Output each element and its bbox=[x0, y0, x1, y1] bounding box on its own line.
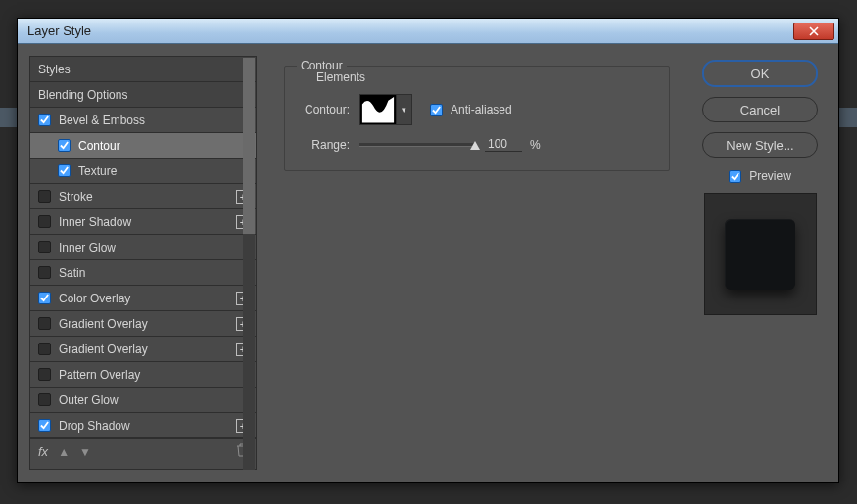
contour-label: Contour: bbox=[293, 103, 350, 116]
close-icon bbox=[809, 26, 819, 36]
style-row-label: Satin bbox=[59, 266, 85, 280]
style-row-label: Gradient Overlay bbox=[59, 343, 148, 356]
window-title: Layer Style bbox=[27, 23, 793, 38]
style-list-row[interactable]: Styles bbox=[30, 57, 256, 82]
range-unit: % bbox=[530, 138, 541, 152]
style-effect-checkbox[interactable] bbox=[38, 419, 51, 432]
move-down-button[interactable]: ▼ bbox=[79, 445, 91, 459]
settings-panel: Contour Elements Contour: ▾ Anti-aliased bbox=[284, 56, 680, 471]
range-label: Range: bbox=[293, 138, 350, 152]
close-button[interactable] bbox=[793, 23, 834, 40]
style-effect-checkbox[interactable] bbox=[38, 114, 51, 126]
style-list-footer: fx ▲ ▼ bbox=[30, 438, 256, 464]
fx-menu-button[interactable]: fx bbox=[38, 444, 48, 459]
style-list-row[interactable]: Pattern Overlay bbox=[30, 362, 256, 388]
style-list-scrollbar[interactable] bbox=[243, 58, 255, 470]
group-sub-label: Elements bbox=[312, 70, 369, 84]
preview-checkbox[interactable] bbox=[729, 170, 741, 183]
check-icon bbox=[40, 421, 49, 430]
style-effect-checkbox[interactable] bbox=[38, 266, 51, 279]
style-effect-checkbox[interactable] bbox=[38, 343, 51, 355]
contour-picker[interactable] bbox=[359, 94, 397, 125]
cancel-button[interactable]: Cancel bbox=[702, 97, 818, 122]
titlebar[interactable]: Layer Style bbox=[18, 19, 838, 44]
style-list-row[interactable]: Contour bbox=[30, 133, 256, 159]
style-row-label: Outer Glow bbox=[59, 393, 119, 407]
preview-swatch bbox=[725, 219, 795, 290]
style-row-label: Inner Glow bbox=[59, 241, 116, 254]
style-row-label: Inner Shadow bbox=[59, 215, 131, 229]
style-effect-checkbox[interactable] bbox=[38, 190, 51, 203]
style-effect-checkbox[interactable] bbox=[38, 393, 51, 406]
style-list-row[interactable]: Inner Glow bbox=[30, 235, 256, 260]
check-icon bbox=[432, 106, 441, 115]
style-effect-checkbox[interactable] bbox=[38, 317, 51, 330]
anti-aliased-checkbox[interactable] bbox=[430, 104, 443, 116]
style-list-row[interactable]: Drop Shadow+ bbox=[30, 413, 256, 438]
check-icon bbox=[40, 115, 49, 124]
style-list-row[interactable]: Satin bbox=[30, 260, 256, 286]
style-list-row[interactable]: Stroke+ bbox=[30, 184, 256, 209]
style-effect-checkbox[interactable] bbox=[58, 164, 71, 177]
style-row-label: Styles bbox=[38, 63, 71, 76]
preview-label: Preview bbox=[749, 169, 791, 183]
style-list-row[interactable]: Color Overlay+ bbox=[30, 286, 256, 311]
move-up-button[interactable]: ▲ bbox=[58, 445, 70, 459]
style-row-label: Blending Options bbox=[38, 88, 127, 102]
style-list: StylesBlending OptionsBevel & EmbossCont… bbox=[29, 56, 257, 470]
style-effect-checkbox[interactable] bbox=[38, 241, 51, 253]
anti-aliased-label: Anti-aliased bbox=[451, 103, 512, 116]
contour-group: Contour Elements Contour: ▾ Anti-aliased bbox=[284, 66, 670, 171]
style-row-label: Drop Shadow bbox=[59, 419, 130, 433]
style-list-row[interactable]: Blending Options bbox=[30, 82, 256, 108]
style-effect-checkbox[interactable] bbox=[38, 292, 51, 304]
range-slider[interactable] bbox=[359, 143, 475, 147]
style-row-label: Bevel & Emboss bbox=[59, 114, 145, 127]
style-effect-checkbox[interactable] bbox=[38, 368, 51, 381]
scrollbar-thumb[interactable] bbox=[243, 58, 255, 234]
style-row-label: Pattern Overlay bbox=[59, 368, 140, 382]
contour-curve-icon bbox=[360, 95, 396, 124]
style-list-row[interactable]: Texture bbox=[30, 159, 256, 184]
dialog-body: StylesBlending OptionsBevel & EmbossCont… bbox=[18, 44, 838, 482]
check-icon bbox=[60, 141, 69, 150]
style-list-row[interactable]: Inner Shadow+ bbox=[30, 209, 256, 235]
style-effect-checkbox[interactable] bbox=[58, 139, 71, 152]
style-list-row[interactable]: Bevel & Emboss bbox=[30, 108, 256, 133]
style-row-label: Color Overlay bbox=[59, 292, 130, 305]
style-list-row[interactable]: Gradient Overlay+ bbox=[30, 311, 256, 337]
range-slider-thumb[interactable] bbox=[470, 141, 480, 150]
style-row-label: Texture bbox=[78, 164, 117, 178]
style-list-wrap: StylesBlending OptionsBevel & EmbossCont… bbox=[29, 56, 270, 471]
right-column: OK Cancel New Style... Preview bbox=[693, 56, 827, 471]
check-icon bbox=[731, 172, 739, 181]
range-value-input[interactable] bbox=[485, 137, 522, 152]
new-style-button[interactable]: New Style... bbox=[702, 132, 818, 158]
ok-button[interactable]: OK bbox=[702, 60, 818, 87]
style-list-row[interactable]: Gradient Overlay+ bbox=[30, 337, 256, 362]
chevron-down-icon: ▾ bbox=[402, 105, 406, 115]
style-effect-checkbox[interactable] bbox=[38, 215, 51, 228]
style-row-label: Contour bbox=[78, 139, 120, 153]
layer-style-dialog: Layer Style StylesBlending OptionsBevel … bbox=[17, 18, 839, 483]
style-row-label: Stroke bbox=[59, 190, 93, 204]
contour-dropdown-button[interactable]: ▾ bbox=[397, 94, 412, 125]
style-row-label: Gradient Overlay bbox=[59, 317, 148, 331]
preview-box bbox=[704, 193, 817, 315]
style-list-row[interactable]: Outer Glow bbox=[30, 388, 256, 413]
check-icon bbox=[60, 166, 69, 175]
check-icon bbox=[40, 294, 49, 302]
